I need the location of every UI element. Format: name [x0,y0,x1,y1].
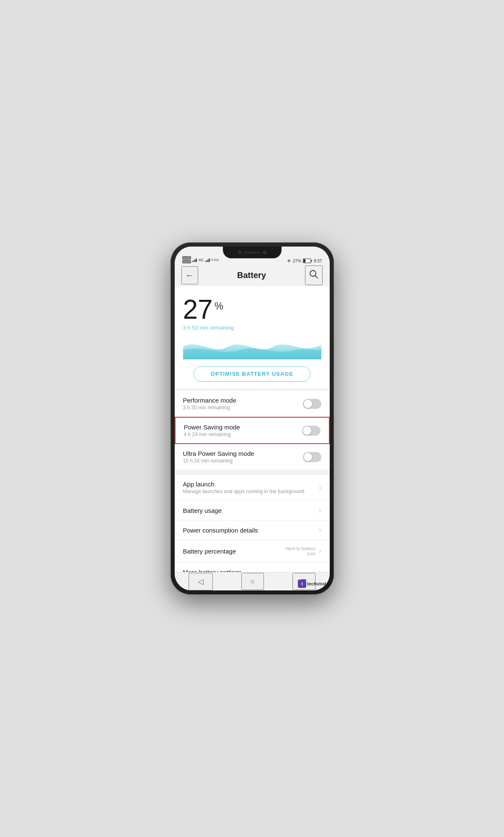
battery-number: 27 [183,296,213,323]
ultra-power-saving-subtitle: 10 h 24 min remaining [183,458,303,464]
back-nav-button[interactable]: ◁ [189,573,213,590]
phone-screen: VoLTE VoLTE 4G 0 K/s [175,247,330,590]
power-consumption-title: Power consumption details [183,527,319,534]
battery-usage-title: Battery usage [183,507,319,514]
power-saving-mode-text: Power Saving mode 4 h 24 min remaining [184,424,302,437]
app-launch-title: App launch [183,481,319,488]
toggle-knob-2 [303,426,311,435]
signal-bar-2 [194,260,194,262]
battery-icon [303,258,312,263]
signal-bar-3 [195,259,196,262]
optimise-section: OPTIMISE BATTERY USAGE [175,359,330,391]
page-title: Battery [237,270,266,280]
bottom-navigation: ◁ ○ □ t techviral [175,572,330,590]
back-button[interactable]: ← [181,266,198,284]
network-4g: 4G [199,258,204,262]
ultra-power-saving-title: Ultra Power Saving mode [183,450,303,457]
home-nav-button[interactable]: ○ [241,573,264,590]
phone-frame: VoLTE VoLTE 4G 0 K/s [171,242,334,595]
signal-bar-5 [205,261,206,262]
power-saving-toggle[interactable] [302,426,320,436]
app-launch-item[interactable]: App launch Manage launches and apps runn… [175,475,330,501]
signal-bar-4 [196,258,197,262]
battery-percentage-text: Battery percentage [183,548,278,555]
performance-mode-subtitle: 3 h 30 min remaining [183,405,303,411]
network-speed: 0 K/s [211,258,219,262]
toggle-knob [304,400,312,408]
ultra-power-saving-toggle[interactable] [303,452,321,462]
toggle-knob-3 [304,453,312,461]
battery-usage-text: Battery usage [183,507,319,514]
power-consumption-text: Power consumption details [183,527,319,534]
svg-rect-2 [303,259,305,263]
watermark-logo: t [298,580,306,588]
chevron-icon-3: › [319,526,321,534]
speaker [244,252,261,254]
signal-bar-7 [208,259,209,262]
eye-icon: 👁 [287,259,291,263]
toggle-settings-section: Performance mode 3 h 30 min remaining Po… [175,391,330,470]
front-camera [238,251,241,254]
power-saving-mode-subtitle: 4 h 24 min remaining [184,431,302,437]
power-consumption-right: › [319,526,321,534]
percent-symbol: % [215,301,223,311]
signal-bar-1 [192,261,193,262]
battery-percentage-right: Next to battery icon › [278,546,321,556]
more-battery-settings-right: › [319,568,321,572]
battery-percentage-status: 27% [293,259,301,263]
more-battery-settings-title: More battery settings [183,569,319,572]
top-navigation: ← Battery [175,265,330,286]
more-battery-settings-text: More battery settings [183,569,319,572]
battery-percentage-value: Next to battery icon [278,546,315,556]
wave-svg [183,334,321,359]
chevron-icon-5: › [319,568,321,572]
battery-usage-item[interactable]: Battery usage › [175,501,330,520]
app-launch-text: App launch Manage launches and apps runn… [183,481,319,494]
chevron-icon-4: › [319,547,321,555]
svg-rect-1 [311,260,312,262]
ultra-power-saving-text: Ultra Power Saving mode 10 h 24 min rema… [183,450,303,464]
signal-bars [192,258,197,262]
more-battery-settings-item[interactable]: More battery settings › [175,562,330,572]
app-launch-subtitle: Manage launches and apps running in the … [183,489,319,494]
battery-remaining-text: 3 h 53 min remaining [183,325,321,331]
signal-bar-8 [209,258,210,262]
signal-bars-2 [205,258,210,262]
volte1-badge: VoLTE [182,256,191,260]
main-content: 27 % 3 h 53 min remaining [175,286,330,572]
optimise-battery-button[interactable]: OPTIMISE BATTERY USAGE [194,366,310,382]
power-saving-mode-item[interactable]: Power Saving mode 4 h 24 min remaining [175,417,330,444]
chevron-icon-2: › [319,507,321,514]
status-right: 👁 27% 8:37 [287,258,322,263]
status-bar: VoLTE VoLTE 4G 0 K/s [175,247,330,265]
battery-usage-right: › [319,507,321,514]
performance-mode-title: Performance mode [183,397,303,404]
battery-percent-display: 27 % [183,296,321,323]
battery-percentage-title: Battery percentage [183,548,278,555]
svg-line-4 [315,276,318,278]
signal-bar-6 [207,260,207,262]
search-button[interactable] [305,265,323,285]
battery-display-section: 27 % 3 h 53 min remaining [175,286,330,359]
volte2-badge: VoLTE [182,260,191,263]
performance-mode-toggle[interactable] [303,399,321,409]
performance-mode-text: Performance mode 3 h 30 min remaining [183,397,303,411]
search-icon [309,270,318,279]
power-consumption-item[interactable]: Power consumption details › [175,520,330,540]
power-saving-mode-title: Power Saving mode [184,424,302,431]
chevron-icon: › [319,484,321,491]
ultra-power-saving-item[interactable]: Ultra Power Saving mode 10 h 24 min rema… [175,444,330,470]
status-left: VoLTE VoLTE 4G 0 K/s [182,256,219,263]
watermark: t techviral [298,580,326,588]
battery-percentage-item[interactable]: Battery percentage Next to battery icon … [175,540,330,562]
time-display: 8:37 [314,259,322,263]
app-launch-right: › [319,484,321,491]
watermark-text: techviral [307,581,326,586]
wave-animation [183,334,321,359]
sensor [263,251,266,254]
notch [223,247,282,258]
menu-items-section: App launch Manage launches and apps runn… [175,475,330,572]
performance-mode-item[interactable]: Performance mode 3 h 30 min remaining [175,391,330,417]
